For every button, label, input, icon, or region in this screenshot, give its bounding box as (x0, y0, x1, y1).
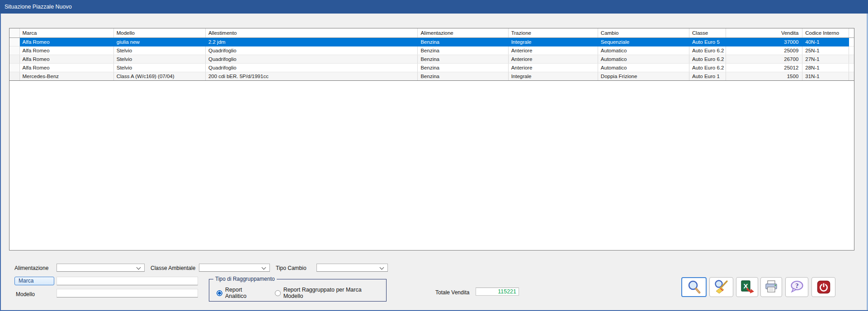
grid-cell[interactable]: Stelvio (113, 63, 205, 72)
exit-button[interactable] (811, 277, 835, 297)
radio-option-label[interactable]: Report Analitico (225, 287, 262, 299)
radio-option-label[interactable]: Report Raggruppato per Marca Modello (283, 287, 376, 299)
column-header-alimentazione[interactable]: Alimentazione (418, 28, 508, 37)
radio-selected-icon[interactable] (217, 290, 222, 296)
grid-row[interactable]: Mercedes-BenzClass A (W/c169) (07/04)200… (9, 72, 854, 80)
chevron-down-icon (380, 265, 384, 270)
grid-cell[interactable]: Automatico (598, 46, 689, 55)
column-header-vendita[interactable]: Vendita (726, 28, 802, 37)
marca-input[interactable] (57, 277, 198, 285)
grid-cell[interactable]: Quadrifoglio (205, 46, 418, 55)
grid-cell[interactable]: Automatico (598, 63, 689, 72)
filler-column-header (849, 28, 854, 37)
totale-vendita-label: Totale Vendita (435, 289, 469, 296)
grid-cell[interactable]: 1500 (726, 72, 802, 80)
column-header-codice-interno[interactable]: Codice Interno (802, 28, 849, 37)
grid-cell[interactable]: Benzina (418, 46, 508, 55)
classe-ambientale-combobox[interactable] (199, 264, 270, 272)
grid-cell[interactable]: Anteriore (508, 55, 598, 63)
question-bubble-icon: ? (789, 279, 805, 295)
row-header-column-header (9, 28, 19, 37)
grid-cell[interactable]: Benzina (418, 55, 508, 63)
search-button[interactable] (681, 277, 707, 297)
grid-cell[interactable]: Automatico (598, 55, 689, 63)
svg-text:?: ? (795, 283, 798, 289)
modello-input[interactable] (57, 289, 198, 297)
report-type-radiogroup: Report AnaliticoReport Raggruppato per M… (217, 287, 386, 299)
power-icon (816, 279, 831, 295)
grid-cell[interactable]: Quadrifoglio (205, 63, 418, 72)
clear-filters-button[interactable] (709, 277, 733, 297)
tipo-cambio-combobox[interactable] (316, 264, 388, 272)
row-selector-cell[interactable] (9, 63, 19, 72)
column-header-trazione[interactable]: Trazione (508, 28, 598, 37)
print-button[interactable] (760, 277, 782, 297)
grid-cell[interactable]: 25012 (726, 63, 802, 72)
grid-cell[interactable]: Doppia Frizione (598, 72, 689, 80)
help-button[interactable]: ? (785, 277, 808, 297)
grid-cell[interactable]: Auto Euro 6.2 (689, 63, 726, 72)
grid-cell[interactable]: Benzina (418, 37, 508, 46)
column-header-allestimento[interactable]: Allestimento (205, 28, 418, 37)
grid-cell[interactable]: Alfa Romeo (19, 37, 113, 46)
row-selector-cell[interactable] (9, 72, 19, 80)
printer-icon (764, 279, 779, 295)
grid-cell[interactable]: Benzina (418, 63, 508, 72)
grid-cell[interactable]: 25009 (726, 46, 802, 55)
grid-cell[interactable]: Benzina (418, 72, 508, 80)
grid-cell[interactable]: Alfa Romeo (19, 46, 113, 55)
grid-cell[interactable]: Class A (W/c169) (07/04) (113, 72, 205, 80)
grid-cell[interactable]: Auto Euro 1 (689, 72, 726, 80)
grid-cell[interactable]: 2.2 jdm (205, 37, 418, 46)
grid-cell[interactable]: Auto Euro 6.2 (689, 46, 726, 55)
column-header-cambio[interactable]: Cambio (598, 28, 689, 37)
grid-cell[interactable]: 28N-1 (802, 63, 849, 72)
grid-row[interactable]: Alfa RomeoStelvioQuadrifoglioBenzinaAnte… (9, 63, 854, 72)
grid-row[interactable]: Alfa RomeoStelvioQuadrifoglioBenzinaAnte… (9, 46, 854, 55)
export-excel-button[interactable]: X (736, 277, 758, 297)
grid-cell[interactable]: Integrale (508, 72, 598, 80)
column-header-classe[interactable]: Classe (689, 28, 726, 37)
grid-cell[interactable]: Anteriore (508, 46, 598, 55)
vehicle-grid-panel: MarcaModelloAllestimentoAlimentazioneTra… (9, 28, 854, 251)
radio-unselected-icon[interactable] (275, 290, 281, 296)
marca-filter-button-label: Marca (19, 278, 33, 284)
grid-cell[interactable]: 200 cdi bER. 5P/d/1991cc (205, 72, 418, 80)
filler-cell (849, 63, 854, 72)
grid-cell[interactable]: Auto Euro 6.2 (689, 55, 726, 63)
grid-cell[interactable]: 37000 (726, 37, 802, 46)
grid-row[interactable]: Alfa RomeoStelvioQuadrifoglioBenzinaAnte… (9, 55, 854, 63)
tipo-cambio-label: Tipo Cambio (276, 265, 307, 271)
filler-cell (849, 55, 854, 63)
filler-cell (849, 46, 854, 55)
row-selector-cell[interactable] (9, 37, 19, 46)
groupbox-title: Tipo di Raggruppamento (213, 276, 277, 282)
grid-cell[interactable]: Alfa Romeo (19, 55, 113, 63)
grid-cell[interactable]: Stelvio (113, 55, 205, 63)
modello-label: Modello (16, 291, 35, 297)
filler-cell (849, 37, 854, 46)
column-header-marca[interactable]: Marca (19, 28, 113, 37)
grid-cell[interactable]: 31N-1 (802, 72, 849, 80)
grid-cell[interactable]: 26700 (726, 55, 802, 63)
grid-cell[interactable]: Stelvio (113, 46, 205, 55)
vehicle-table: MarcaModelloAllestimentoAlimentazioneTra… (9, 28, 854, 81)
grid-cell[interactable]: 25N-1 (802, 46, 849, 55)
marca-filter-button[interactable]: Marca (14, 277, 54, 285)
grid-cell[interactable]: giulia new (113, 37, 205, 46)
grid-cell[interactable]: Auto Euro 5 (689, 37, 726, 46)
grid-cell[interactable]: Anteriore (508, 63, 598, 72)
row-selector-cell[interactable] (9, 46, 19, 55)
grid-cell[interactable]: Sequenziale (598, 37, 689, 46)
grid-cell[interactable]: Quadrifoglio (205, 55, 418, 63)
grid-cell[interactable]: 27N-1 (802, 55, 849, 63)
grid-row[interactable]: Alfa Romeogiulia new2.2 jdmBenzinaIntegr… (9, 37, 854, 46)
grid-cell[interactable]: Alfa Romeo (19, 63, 113, 72)
row-selector-cell[interactable] (9, 55, 19, 63)
grid-cell[interactable]: Mercedes-Benz (19, 72, 113, 80)
grid-cell[interactable]: 40N-1 (802, 37, 849, 46)
alimentazione-combobox[interactable] (57, 264, 145, 272)
title-bar[interactable]: Situazione Piazzale Nuovo (0, 0, 868, 14)
column-header-modello[interactable]: Modello (113, 28, 205, 37)
grid-cell[interactable]: Integrale (508, 37, 598, 46)
